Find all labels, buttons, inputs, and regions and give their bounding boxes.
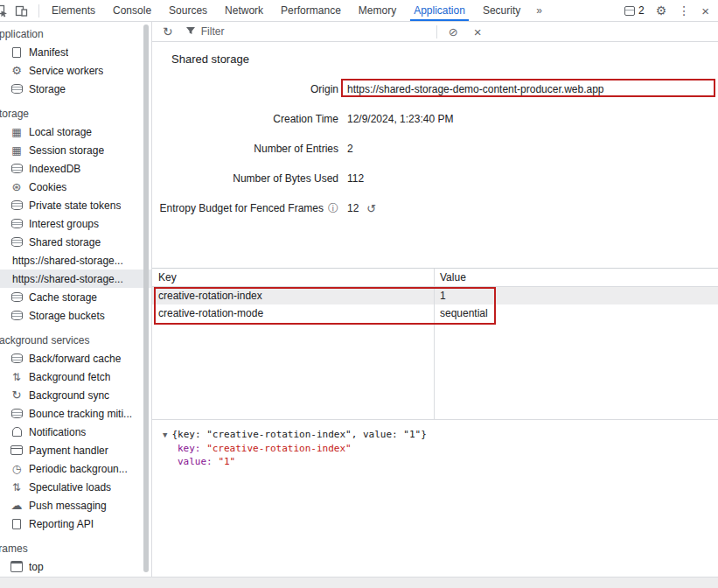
sidebar-item-cookies[interactable]: ⊛ Cookies [0,178,151,196]
close-devtools-icon[interactable]: × [701,4,709,18]
sidebar-item-background-sync[interactable]: ↻ Background sync [0,386,151,404]
tab-performance[interactable]: Performance [272,0,350,21]
up-down-arrows-icon: ⇅ [10,482,23,493]
sidebar-item-cache-storage[interactable]: Cache storage [0,288,151,306]
field-row-number-of-entries: Number of Entries 2 [152,134,718,164]
sidebar-item-shared-storage[interactable]: Shared storage [0,233,151,251]
field-label: Number of Bytes Used [233,172,338,185]
frame-icon [10,561,23,572]
sidebar-item-interest-groups[interactable]: Interest groups [0,214,151,233]
sidebar-item-manifest[interactable]: Manifest [0,43,151,61]
device-toolbar-icon[interactable] [15,4,28,18]
sidebar-item-private-state-tokens[interactable]: Private state tokens [0,196,151,214]
item-label: Periodic backgroun... [29,463,128,475]
sidebar-item-shared-storage-origin-2-selected[interactable]: https://shared-storage... [0,270,151,288]
bytes-used-value: 112 [347,172,364,185]
filter-box[interactable] [185,25,433,38]
column-divider[interactable] [434,269,435,419]
more-tabs-chevron-icon[interactable]: » [529,0,549,21]
tab-sources[interactable]: Sources [160,0,216,21]
table-row[interactable]: creative-rotation-mode sequential [152,304,718,322]
sidebar-item-push-messaging[interactable]: ☁ Push messaging [0,496,151,514]
tab-console[interactable]: Console [104,0,160,21]
item-label: https://shared-storage... [12,255,123,267]
tab-network[interactable]: Network [216,0,272,21]
item-label: Local storage [29,126,92,138]
console-messages-badge[interactable]: 2 [624,4,645,17]
reset-budget-icon[interactable]: ↺ [366,202,376,215]
field-label: Origin [310,83,338,95]
origin-value: https://shared-storage-demo-content-prod… [347,83,604,95]
item-label: Cache storage [29,291,97,304]
sidebar-item-storage-buckets[interactable]: Storage buckets [0,306,151,325]
field-row-origin: Origin https://shared-storage-demo-conte… [152,74,718,104]
sidebar-item-periodic-background-sync[interactable]: ◷ Periodic backgroun... [0,459,151,478]
shared-storage-panel: ↻ ⊘ × Shared storage Origin https://shar… [152,22,718,577]
sidebar-item-shared-storage-origin-1[interactable]: https://shared-storage... [0,251,151,270]
item-label: Cookies [29,181,66,193]
filter-funnel-icon [185,25,196,38]
sidebar-item-local-storage[interactable]: ▦ Local storage [0,122,151,141]
sidebar-item-service-workers[interactable]: ⚙ Service workers [0,61,151,80]
sidebar-item-reporting-api[interactable]: Reporting API [0,514,151,533]
field-label: Number of Entries [254,143,338,155]
section-title-frames: Frames [0,539,151,557]
table-row[interactable]: creative-rotation-index 1 [152,287,718,304]
tab-label: Security [483,4,520,17]
item-label: IndexedDB [29,163,80,175]
sidebar-item-back-forward-cache[interactable]: Back/forward cache [0,349,151,368]
sidebar-item-background-fetch[interactable]: ⇅ Background fetch [0,368,151,386]
field-label: Entropy Budget for Fenced Frames [160,202,324,214]
column-header-key[interactable]: Key [152,271,434,284]
sidebar-item-notifications[interactable]: Notifications [0,423,151,441]
tabbar-divider [38,4,39,18]
sidebar-item-session-storage[interactable]: ▦ Session storage [0,141,151,159]
kebab-menu-icon[interactable]: ⋮ [678,4,690,18]
inspect-icon[interactable] [0,4,8,18]
database-icon [10,409,23,418]
application-sidebar: Application Manifest ⚙ Service workers S… [0,22,152,577]
refresh-icon[interactable]: ↻ [163,24,173,38]
document-icon [10,47,23,58]
item-label: Reporting API [29,518,94,530]
entropy-budget-value: 12 [347,202,359,214]
field-row-entropy-budget: Entropy Budget for Fenced Frames ⓘ 12 ↺ [152,193,718,223]
sidebar-item-speculative-loads[interactable]: ⇅ Speculative loads [0,478,151,496]
item-label: Manifest [29,46,68,59]
sidebar-item-bounce-tracking[interactable]: Bounce tracking miti... [0,404,151,423]
item-label: Push messaging [29,500,107,512]
database-icon [10,219,23,228]
field-row-creation-time: Creation Time 12/9/2024, 1:23:40 PM [152,104,718,134]
badge-count: 2 [638,4,645,17]
database-icon [10,237,23,247]
database-icon [10,200,23,210]
sidebar-scrollbar[interactable] [143,24,149,572]
sidebar-item-indexeddb[interactable]: IndexedDB [0,159,151,178]
tabbar-right-icons: 2 ⚙ ⋮ × [624,0,718,21]
item-label: Shared storage [29,236,101,248]
section-title-background-services: Background services [0,331,151,349]
tab-elements[interactable]: Elements [43,0,104,21]
delete-all-icon[interactable]: ⊘ [449,25,458,38]
database-icon [10,164,23,173]
section-application: Application Manifest ⚙ Service workers S… [0,24,151,98]
delete-selected-icon[interactable]: × [474,24,482,39]
field-label: Creation Time [273,113,338,125]
settings-gear-icon[interactable]: ⚙ [656,4,667,18]
sidebar-item-top-frame[interactable]: top [0,557,151,576]
info-icon[interactable]: ⓘ [328,201,338,216]
section-title-application: Application [0,24,151,43]
filter-input[interactable] [201,25,433,38]
tab-label: Network [225,4,263,17]
tab-security[interactable]: Security [474,0,529,21]
tab-application[interactable]: Application [405,0,474,21]
tab-memory[interactable]: Memory [350,0,405,21]
sidebar-item-storage[interactable]: Storage [0,80,151,98]
chevron-label: » [536,4,542,17]
sidebar-item-payment-handler[interactable]: Payment handler [0,441,151,459]
messages-panel-icon [624,6,635,16]
item-label: Background fetch [29,371,110,383]
column-header-value[interactable]: Value [434,271,718,284]
disclosure-triangle-icon[interactable]: ▼ [163,430,167,439]
property-name: key: [178,443,201,454]
